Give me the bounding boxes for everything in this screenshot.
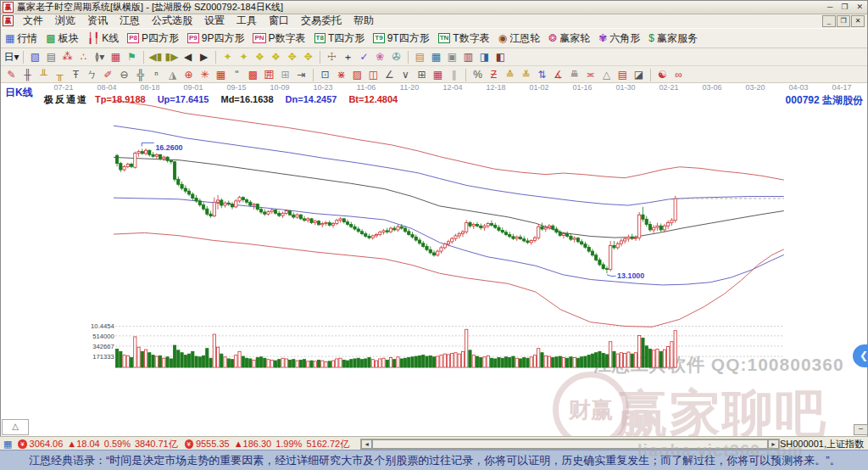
draw-icon-4[interactable]: ╥ xyxy=(52,68,68,82)
draw-icon-27[interactable]: ⊞ xyxy=(414,68,430,82)
sz-index-quote[interactable]: 9555.35▲186.301.99%5162.72亿 xyxy=(196,438,353,450)
draw-icon-32[interactable]: Ƶ xyxy=(486,68,502,82)
toolbar-button-hexagon[interactable]: ✾六角形 xyxy=(598,31,640,46)
volume-panel-toggle-button[interactable]: △ xyxy=(2,419,29,435)
draw-icon-38[interactable]: ≍ xyxy=(582,68,598,82)
tool-icon-16[interactable]: ✦ xyxy=(220,50,236,64)
draw-icon-36[interactable]: ∡ xyxy=(550,68,566,82)
toolbar-button-gann-wheel[interactable]: ◉江恩轮 xyxy=(498,31,540,46)
toolbar-button-p-table[interactable]: PNP数字表 xyxy=(253,31,305,46)
draw-icon-24[interactable]: ◫ xyxy=(365,68,381,82)
mdi-minimize-icon[interactable]: _ xyxy=(822,15,836,27)
menu-item-10[interactable]: 帮助 xyxy=(348,14,380,26)
draw-icon-21[interactable]: ⊡ xyxy=(317,68,333,82)
minimize-icon[interactable]: ─ xyxy=(827,3,832,11)
panel-collapse-button[interactable]: – xyxy=(854,424,868,435)
tool-icon-6[interactable]: ∴ xyxy=(75,50,92,64)
tool-icon-34[interactable]: ◧ xyxy=(492,50,509,64)
toolbar-button-p-square[interactable]: P8P四方形 xyxy=(127,31,179,46)
mdi-restore-icon[interactable]: ❐ xyxy=(837,15,850,27)
draw-icon-40[interactable]: ▤ xyxy=(615,68,631,82)
menu-item-8[interactable]: 窗口 xyxy=(263,14,295,26)
draw-icon-5[interactable]: Ŧ xyxy=(68,68,84,82)
tool-icon-24[interactable]: ＋ xyxy=(340,50,356,64)
scrollbar-thumb[interactable] xyxy=(372,439,768,449)
tool-icon-32[interactable]: ▥ xyxy=(460,50,476,64)
tool-icon-9[interactable]: ⚑ xyxy=(124,50,140,64)
tool-icon-33[interactable]: ◨ xyxy=(476,50,492,64)
tool-icon-27[interactable]: ✇ xyxy=(388,50,404,64)
draw-icon-9[interactable]: ╬ xyxy=(132,68,148,82)
tool-icon-7[interactable]: ≬▾ xyxy=(92,50,108,64)
toolbar-button-p9-square[interactable]: P99P四方形 xyxy=(187,31,244,46)
tool-icon-26[interactable]: ❀ xyxy=(372,50,388,64)
draw-icon-17[interactable]: 囲 xyxy=(261,68,277,82)
toolbar-button-sectors[interactable]: ▩板块 xyxy=(46,31,78,46)
quotes-grid-icon[interactable]: ▦ xyxy=(3,439,12,450)
toolbar-button-t9-square[interactable]: T99T四方形 xyxy=(373,31,429,46)
draw-icon-3[interactable]: ╨ xyxy=(36,68,52,82)
draw-icon-14[interactable]: ▦ xyxy=(213,68,229,82)
tool-icon-31[interactable]: ▣ xyxy=(444,50,460,64)
tool-icon-14[interactable]: ▶ xyxy=(196,50,212,64)
draw-icon-39[interactable]: △ xyxy=(598,68,615,82)
maximize-icon[interactable]: ❐ xyxy=(841,3,848,11)
draw-icon-25[interactable]: ∠ xyxy=(381,68,398,82)
tool-icon-29[interactable]: ▤ xyxy=(412,50,428,64)
tool-icon-30[interactable]: ▦ xyxy=(428,50,444,64)
toolbar-button-t-square[interactable]: T8T四方形 xyxy=(314,31,365,46)
draw-icon-19[interactable]: ⇥ xyxy=(293,68,309,82)
draw-icon-10[interactable]: ⁿ xyxy=(148,68,164,82)
draw-icon-13[interactable]: ✳ xyxy=(197,68,213,82)
menu-item-1[interactable]: 文件 xyxy=(17,14,49,26)
tool-icon-21[interactable]: ✥ xyxy=(300,50,316,64)
tool-icon-3[interactable]: ▧ xyxy=(27,50,43,64)
menu-item-2[interactable]: 浏览 xyxy=(49,14,81,26)
draw-icon-44[interactable]: ∞ xyxy=(670,68,687,82)
tool-icon-19[interactable]: ❖ xyxy=(268,50,284,64)
tool-icon-23[interactable]: ☩ xyxy=(324,50,340,64)
tool-icon-18[interactable]: ❖ xyxy=(252,50,268,64)
draw-icon-2[interactable]: ╫ xyxy=(19,68,36,82)
tool-icon-25[interactable]: ✓ xyxy=(356,50,372,64)
toolbar-button-winner-wheel[interactable]: ❂赢家轮 xyxy=(548,31,590,46)
draw-icon-8[interactable]: ⊖ xyxy=(116,68,132,82)
kline-chart-canvas[interactable]: 10.445451400034266717133316.260013.1000 xyxy=(0,83,868,436)
menu-item-5[interactable]: 公式选股 xyxy=(146,14,198,26)
scroll-left-icon[interactable]: ◄ xyxy=(361,439,372,449)
menu-item-3[interactable]: 资讯 xyxy=(81,14,114,26)
scroll-right-icon[interactable]: ► xyxy=(768,439,779,449)
draw-icon-7[interactable]: ✐ xyxy=(100,68,116,82)
toolbar-button-kline[interactable]: ╽╿K线 xyxy=(87,31,119,46)
toolbar-button-t-table[interactable]: TNT数字表 xyxy=(438,31,490,46)
draw-icon-37[interactable]: ≞ xyxy=(566,68,582,82)
tool-icon-1[interactable]: 日▾ xyxy=(3,50,19,64)
tool-icon-20[interactable]: ✥ xyxy=(284,50,300,64)
toolbar-button-winner-service[interactable]: $赢家服务 xyxy=(648,31,698,46)
draw-icon-18[interactable]: ⊞ xyxy=(277,68,293,82)
draw-icon-31[interactable]: % xyxy=(470,68,486,82)
chart-area[interactable]: 江恩工具软件 QQ:100800360 财赢 07-2108-0408-1809… xyxy=(0,83,868,436)
draw-icon-33[interactable]: ≙ xyxy=(502,68,518,82)
draw-icon-6[interactable]: ㄅ xyxy=(84,68,100,82)
draw-icon-23[interactable]: ▨ xyxy=(349,68,365,82)
draw-icon-1[interactable]: ✎ xyxy=(3,68,19,82)
draw-icon-28[interactable]: ▦ xyxy=(430,68,446,82)
tool-icon-5[interactable]: ⁂ xyxy=(59,50,75,64)
tool-icon-8[interactable]: ▦ xyxy=(108,50,124,64)
draw-icon-26[interactable]: ∨ xyxy=(398,68,414,82)
draw-icon-15[interactable]: ʺ xyxy=(229,68,245,82)
draw-icon-29[interactable]: ∥ xyxy=(446,68,462,82)
draw-icon-16[interactable]: ▩ xyxy=(245,68,261,82)
draw-icon-12[interactable]: ⊕ xyxy=(181,68,197,82)
tool-icon-17[interactable]: ✦ xyxy=(236,50,252,64)
menu-item-6[interactable]: 设置 xyxy=(198,14,231,26)
tool-icon-12[interactable]: ▮▶ xyxy=(164,50,180,64)
chart-horizontal-scrollbar[interactable]: ◄ ► xyxy=(360,439,780,450)
tool-icon-4[interactable]: ▤ xyxy=(43,50,59,64)
draw-icon-22[interactable]: ⋇ xyxy=(333,68,349,82)
tool-icon-11[interactable]: ◀▮ xyxy=(147,50,164,64)
mdi-close-icon[interactable]: ✕ xyxy=(851,15,865,27)
draw-icon-41[interactable]: ◪ xyxy=(631,68,647,82)
toolbar-button-quotes[interactable]: ▦行情 xyxy=(5,31,37,46)
